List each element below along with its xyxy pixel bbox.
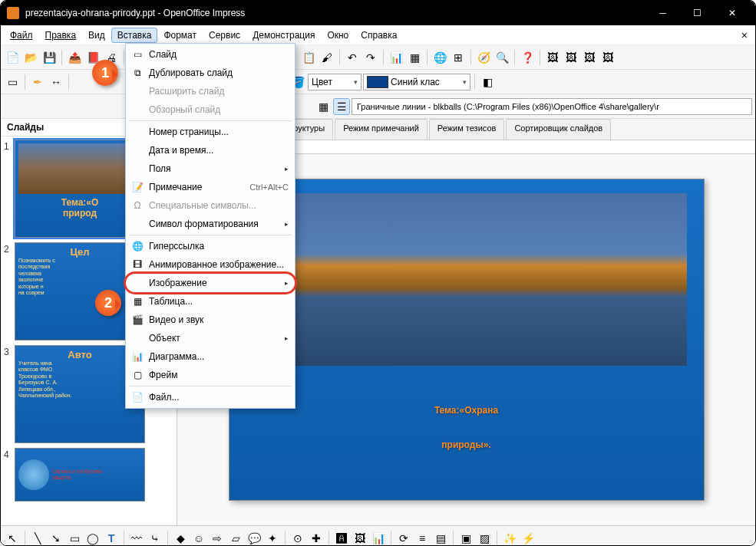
menu-special-chars: ΩСпециальные символы... bbox=[126, 196, 295, 215]
menu-note[interactable]: 📝ПримечаниеCtrl+Alt+C bbox=[126, 178, 295, 196]
ext2-icon[interactable]: ▨ bbox=[476, 530, 493, 547]
interaction-icon[interactable]: ⚡ bbox=[520, 530, 536, 547]
menu-help[interactable]: Справка bbox=[355, 28, 403, 43]
gallery-3-icon[interactable]: 🖼 bbox=[581, 49, 598, 66]
menu-page-number[interactable]: Номер страницы... bbox=[126, 123, 295, 141]
shapes-flow-icon[interactable]: ▱ bbox=[227, 530, 244, 547]
tab-handout[interactable]: Режим тезисов bbox=[429, 119, 505, 140]
menu-file[interactable]: Файл bbox=[4, 28, 39, 43]
arrow-select-icon[interactable]: ▭ bbox=[4, 74, 21, 90]
chart-icon[interactable]: 📊 bbox=[388, 49, 404, 66]
save-icon[interactable]: 💾 bbox=[41, 49, 58, 66]
redo-icon[interactable]: ↷ bbox=[362, 49, 379, 66]
align-icon[interactable]: ≡ bbox=[414, 530, 431, 547]
menu-image[interactable]: Изображение▸ bbox=[126, 274, 295, 292]
grid-icon[interactable]: ⊞ bbox=[450, 49, 467, 66]
anim-icon[interactable]: ✨ bbox=[501, 530, 518, 547]
close-button[interactable]: ✕ bbox=[715, 1, 749, 25]
table-icon[interactable]: ▦ bbox=[406, 49, 423, 66]
brush-icon[interactable]: 🖌 bbox=[319, 49, 335, 66]
curve-icon[interactable]: 〰 bbox=[128, 530, 145, 547]
thumb-num: 2 bbox=[4, 242, 15, 340]
callout-badge-1: 1 bbox=[92, 60, 118, 86]
open-icon[interactable]: 📂 bbox=[22, 49, 39, 66]
main-area: Слайды 1 Тема:«Оприрод 2 Цел Познакомить… bbox=[1, 119, 755, 525]
doc-close-button[interactable]: × bbox=[737, 29, 752, 41]
slide-image bbox=[246, 193, 687, 366]
menu-object[interactable]: Объект▸ bbox=[126, 329, 295, 347]
connector-icon[interactable]: ⤷ bbox=[147, 530, 163, 547]
menubar: Файл Правка Вид Вставка Формат Сервис Де… bbox=[1, 25, 755, 45]
line-style-icon[interactable]: ✒ bbox=[29, 74, 46, 90]
undo-icon[interactable]: ↶ bbox=[344, 49, 361, 66]
view-list-icon[interactable]: ☰ bbox=[333, 98, 350, 115]
shapes-arrow-icon[interactable]: ⇨ bbox=[209, 530, 226, 547]
shapes-basic-icon[interactable]: ◆ bbox=[172, 530, 189, 547]
help-icon[interactable]: ❓ bbox=[519, 49, 536, 66]
text-icon[interactable]: T bbox=[103, 530, 120, 547]
menu-duplicate-slide[interactable]: ⧉Дублировать слайд bbox=[126, 64, 295, 82]
menu-movie-sound[interactable]: 🎬Видео и звук bbox=[126, 311, 295, 329]
window-title: prezentaciya-ohrana-prirody.ppt - OpenOf… bbox=[25, 8, 645, 18]
insert-obj-icon[interactable]: 📊 bbox=[370, 530, 387, 547]
current-slide[interactable]: Тема:«Охранаприроды». bbox=[229, 179, 705, 501]
hyperlink-icon[interactable]: 🌐 bbox=[431, 49, 448, 66]
menu-fields[interactable]: Поля▸ bbox=[126, 160, 295, 178]
tab-sorter[interactable]: Сортировщик слайдов bbox=[506, 119, 611, 140]
fill-color-combo[interactable]: Синий клас bbox=[363, 74, 470, 90]
menu-insert[interactable]: Вставка bbox=[111, 28, 158, 43]
shapes-star-icon[interactable]: ✦ bbox=[264, 530, 281, 547]
glue-icon[interactable]: ✚ bbox=[308, 530, 325, 547]
slide-icon: ▭ bbox=[129, 48, 146, 61]
view-icons-icon[interactable]: ▦ bbox=[315, 98, 332, 115]
ellipse-icon[interactable]: ◯ bbox=[84, 530, 101, 547]
fromfile-icon[interactable]: 🖼 bbox=[352, 530, 368, 547]
menu-formatting-mark[interactable]: Символ форматирования▸ bbox=[126, 215, 295, 233]
menu-window[interactable]: Окно bbox=[321, 28, 355, 43]
fontwork-icon[interactable]: 🅰 bbox=[333, 530, 350, 547]
menu-animated-image[interactable]: 🎞Анимированное изображение... bbox=[126, 255, 295, 274]
file-ins-icon: 📄 bbox=[129, 390, 146, 404]
menu-slide[interactable]: ▭Слайд bbox=[126, 45, 295, 64]
menu-file-insert[interactable]: 📄Файл... bbox=[126, 388, 295, 406]
tab-notes[interactable]: Режим примечаний bbox=[335, 119, 428, 140]
zoom-icon[interactable]: 🔍 bbox=[494, 49, 510, 66]
menu-frame[interactable]: ▢Фрейм bbox=[126, 366, 295, 384]
shapes-symbol-icon[interactable]: ☺ bbox=[190, 530, 207, 547]
menu-date-time[interactable]: Дата и время... bbox=[126, 141, 295, 160]
new-icon[interactable]: 📄 bbox=[4, 49, 21, 66]
maximize-button[interactable]: ☐ bbox=[680, 1, 715, 25]
table-ins-icon: ▦ bbox=[129, 294, 146, 308]
shadow-icon[interactable]: ◧ bbox=[479, 74, 496, 90]
menu-edit[interactable]: Правка bbox=[39, 28, 83, 43]
rotate-icon[interactable]: ⟳ bbox=[395, 530, 412, 547]
pointer-icon[interactable]: ↖ bbox=[4, 530, 21, 547]
minimize-button[interactable]: ─ bbox=[645, 1, 680, 25]
ext1-icon[interactable]: ▣ bbox=[457, 530, 474, 547]
export-icon[interactable]: 📤 bbox=[66, 49, 83, 66]
arrow-style-icon[interactable]: ↔ bbox=[48, 74, 64, 90]
slide-thumb-4[interactable]: Охрана и глобусная защита. bbox=[15, 448, 145, 502]
arrow-line-icon[interactable]: ➘ bbox=[48, 530, 64, 547]
gallery-path: Граничные линии - blkballs (C:\Program F… bbox=[352, 98, 752, 115]
gallery-4-icon[interactable]: 🖼 bbox=[599, 49, 616, 66]
shapes-callout-icon[interactable]: 💬 bbox=[246, 530, 262, 547]
gallery-1-icon[interactable]: 🖼 bbox=[544, 49, 561, 66]
menu-slideshow[interactable]: Демонстрация bbox=[246, 28, 321, 43]
arrange-icon[interactable]: ▤ bbox=[432, 530, 449, 547]
nav-icon[interactable]: 🧭 bbox=[475, 49, 492, 66]
drawing-toolbar: ↖ ╲ ➘ ▭ ◯ T 〰 ⤷ ◆ ☺ ⇨ ▱ 💬 ✦ ⊙ ✚ 🅰 🖼 📊 ⟳ … bbox=[1, 525, 755, 546]
menu-table[interactable]: ▦Таблица... bbox=[126, 292, 295, 311]
paste-icon[interactable]: 📋 bbox=[300, 49, 317, 66]
menu-view[interactable]: Вид bbox=[82, 28, 111, 43]
menu-format[interactable]: Формат bbox=[157, 28, 203, 43]
menu-hyperlink[interactable]: 🌐Гиперссылка bbox=[126, 237, 295, 255]
menu-chart[interactable]: 📊Диаграмма... bbox=[126, 347, 295, 366]
gallery-2-icon[interactable]: 🖼 bbox=[563, 49, 579, 66]
fill-mode-combo[interactable]: Цвет bbox=[308, 74, 361, 90]
line-icon[interactable]: ╲ bbox=[29, 530, 46, 547]
media-icon: 🎬 bbox=[129, 313, 146, 327]
points-icon[interactable]: ⊙ bbox=[289, 530, 306, 547]
menu-tools[interactable]: Сервис bbox=[203, 28, 246, 43]
rect-icon[interactable]: ▭ bbox=[66, 530, 83, 547]
